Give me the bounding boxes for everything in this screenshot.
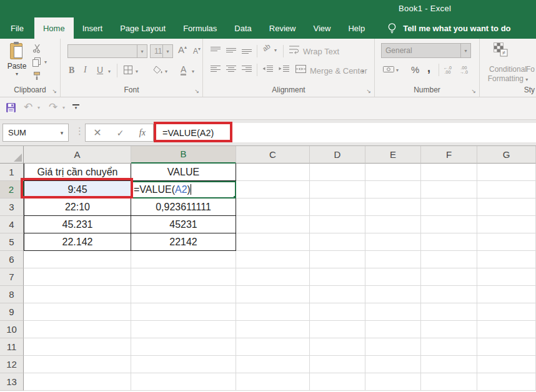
align-left-button[interactable] xyxy=(211,65,221,73)
tab-insert[interactable]: Insert xyxy=(74,17,112,39)
cell-C2[interactable] xyxy=(236,181,310,198)
align-middle-button[interactable] xyxy=(226,46,236,54)
formula-input[interactable]: =VALUE(A2) xyxy=(154,123,536,142)
cell-F7[interactable] xyxy=(421,268,477,286)
cell-F10[interactable] xyxy=(421,321,477,338)
cell-A3[interactable]: 22:10 xyxy=(24,198,131,216)
cell-C6[interactable] xyxy=(236,251,310,268)
tab-file[interactable]: File xyxy=(0,17,34,39)
percent-style-button[interactable]: % xyxy=(411,64,419,75)
column-header-D[interactable]: D xyxy=(310,146,365,164)
cell-G13[interactable] xyxy=(477,373,536,391)
cell-B8[interactable] xyxy=(131,286,236,303)
decrease-indent-button[interactable] xyxy=(262,65,273,73)
fill-color-dropdown-arrow[interactable]: ▾ xyxy=(165,69,167,74)
cell-D5[interactable] xyxy=(310,233,365,251)
cut-button[interactable] xyxy=(32,44,42,53)
font-color-button[interactable]: A xyxy=(181,65,186,76)
tab-data[interactable]: Data xyxy=(226,17,260,39)
align-right-button[interactable] xyxy=(242,65,252,73)
align-center-button[interactable] xyxy=(226,65,236,73)
insert-function-button[interactable]: fx xyxy=(139,128,146,138)
cell-C5[interactable] xyxy=(236,233,310,251)
row-header-10[interactable]: 10 xyxy=(0,321,24,338)
cell-B5[interactable]: 22142 xyxy=(131,233,236,251)
tab-home[interactable]: Home xyxy=(34,17,74,39)
cell-G9[interactable] xyxy=(477,303,536,321)
cell-C12[interactable] xyxy=(236,356,310,373)
merge-center-dropdown-arrow[interactable]: ▾ xyxy=(362,69,364,74)
cell-B4[interactable]: 45231 xyxy=(131,216,236,233)
cell-G3[interactable] xyxy=(477,198,536,216)
cell-E12[interactable] xyxy=(365,356,421,373)
font-size-combo[interactable]: 11 ▾ xyxy=(150,44,173,58)
cell-G1[interactable] xyxy=(477,164,536,181)
cell-F13[interactable] xyxy=(421,373,477,391)
cell-C7[interactable] xyxy=(236,268,310,286)
row-header-3[interactable]: 3 xyxy=(0,198,24,216)
name-box[interactable]: SUM ▾ xyxy=(2,124,69,142)
cell-F8[interactable] xyxy=(421,286,477,303)
cell-B3[interactable]: 0,923611111 xyxy=(131,198,236,216)
column-header-G[interactable]: G xyxy=(477,146,536,164)
cell-F3[interactable] xyxy=(421,198,477,216)
underline-dropdown-arrow[interactable]: ▾ xyxy=(108,69,111,74)
enter-button[interactable]: ✓ xyxy=(117,128,124,138)
cell-G10[interactable] xyxy=(477,321,536,338)
cell-G8[interactable] xyxy=(477,286,536,303)
row-header-8[interactable]: 8 xyxy=(0,286,24,303)
cell-A5[interactable]: 22.142 xyxy=(24,233,131,251)
increase-indent-button[interactable] xyxy=(279,65,289,73)
cell-A7[interactable] xyxy=(24,268,131,286)
cell-F11[interactable] xyxy=(421,338,477,356)
cell-A8[interactable] xyxy=(24,286,131,303)
cell-E1[interactable] xyxy=(365,164,421,181)
copy-button[interactable]: ▾ xyxy=(32,57,47,67)
cell-A4[interactable]: 45.231 xyxy=(24,216,131,233)
cell-F2[interactable] xyxy=(421,181,477,198)
cell-B13[interactable] xyxy=(131,373,236,391)
row-header-11[interactable]: 11 xyxy=(0,338,24,356)
cell-C4[interactable] xyxy=(236,216,310,233)
tab-help[interactable]: Help xyxy=(339,17,374,39)
undo-dropdown-arrow[interactable]: ▾ xyxy=(37,105,40,110)
row-header-6[interactable]: 6 xyxy=(0,251,24,268)
cell-E7[interactable] xyxy=(365,268,421,286)
cell-E11[interactable] xyxy=(365,338,421,356)
cell-D8[interactable] xyxy=(310,286,365,303)
align-top-button[interactable] xyxy=(211,46,221,54)
font-name-combo[interactable]: ▾ xyxy=(67,44,147,58)
cell-B7[interactable] xyxy=(131,268,236,286)
cell-C8[interactable] xyxy=(236,286,310,303)
column-header-A[interactable]: A xyxy=(24,146,131,164)
font-color-dropdown-arrow[interactable]: ▾ xyxy=(192,69,194,74)
tab-formulas[interactable]: Formulas xyxy=(174,17,226,39)
row-header-2[interactable]: 2 xyxy=(0,181,24,198)
cell-B6[interactable] xyxy=(131,251,236,268)
cell-A11[interactable] xyxy=(24,338,131,356)
cell-D12[interactable] xyxy=(310,356,365,373)
tab-view[interactable]: View xyxy=(304,17,339,39)
format-painter-button[interactable] xyxy=(32,71,41,81)
wrap-text-button[interactable]: Wrap Text xyxy=(303,47,339,56)
cell-C13[interactable] xyxy=(236,373,310,391)
cell-B1[interactable]: VALUE xyxy=(131,164,236,181)
number-format-combo[interactable]: General ▾ xyxy=(381,43,471,58)
cell-D9[interactable] xyxy=(310,303,365,321)
row-header-12[interactable]: 12 xyxy=(0,356,24,373)
undo-button[interactable]: ↶ xyxy=(24,100,32,114)
cell-A10[interactable] xyxy=(24,321,131,338)
cell-G6[interactable] xyxy=(477,251,536,268)
cell-D13[interactable] xyxy=(310,373,365,391)
save-button[interactable] xyxy=(6,102,16,113)
cell-A9[interactable] xyxy=(24,303,131,321)
column-header-E[interactable]: E xyxy=(365,146,421,164)
borders-dropdown-arrow[interactable]: ▾ xyxy=(136,69,138,74)
select-all-corner[interactable] xyxy=(0,146,24,164)
borders-button[interactable] xyxy=(124,66,132,74)
fill-color-button[interactable] xyxy=(153,66,163,74)
cell-E6[interactable] xyxy=(365,251,421,268)
row-header-7[interactable]: 7 xyxy=(0,268,24,286)
cell-G5[interactable] xyxy=(477,233,536,251)
alignment-dialog-launcher[interactable]: ↘ xyxy=(366,88,371,94)
